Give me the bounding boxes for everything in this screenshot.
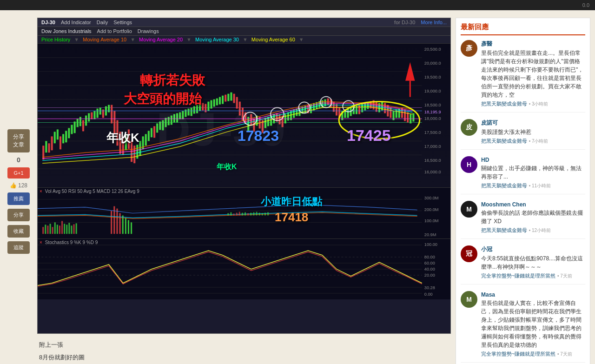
- comment-body-5: Masa 里長伯就是做人實在，比較不會宣傳自己，因為里長伯寧願把時間花在我們學生…: [481, 291, 585, 357]
- frequency-selector[interactable]: Daily: [97, 20, 108, 25]
- svg-rect-200: [253, 212, 254, 216]
- share-article-button[interactable]: 分享文章: [7, 129, 30, 152]
- svg-rect-22: [74, 121, 76, 133]
- more-info-button[interactable]: More Info...: [421, 20, 447, 25]
- svg-text:19,500.0: 19,500.0: [424, 75, 441, 79]
- comment-body-4: 小冠 今天8:55就直接佔低點9078....算命也沒這麼準...有神快拜啊～～…: [481, 245, 585, 279]
- svg-rect-78: [233, 94, 235, 103]
- svg-rect-179: [68, 223, 70, 234]
- price-history-indicator[interactable]: Price History: [41, 37, 70, 42]
- gplus-button[interactable]: G+1: [7, 167, 30, 179]
- svg-rect-49: [151, 128, 152, 137]
- ma60-indicator[interactable]: Moving Average 60: [251, 37, 295, 42]
- svg-rect-198: [247, 213, 249, 216]
- svg-rect-97: [287, 113, 289, 121]
- svg-rect-23: [77, 119, 79, 127]
- comment-body-2: HD 關鍵位置，出手必賺錢，神的等級，無法再形容了... 把黑天鵝變成金雞母 •…: [481, 156, 585, 189]
- comment-author-4[interactable]: 小冠: [481, 246, 492, 252]
- svg-rect-30: [97, 109, 99, 118]
- svg-rect-174: [57, 225, 58, 234]
- svg-rect-180: [71, 225, 72, 234]
- comment-link-0[interactable]: 把黑天鵝變成金雞母: [481, 101, 527, 106]
- comment-link-3[interactable]: 把黑天鵝變成金雞母: [481, 227, 527, 233]
- comment-link-4[interactable]: 完全掌控盤勢~賺錢就是理所當然: [481, 273, 555, 278]
- svg-rect-50: [153, 126, 155, 138]
- comment-reply-1: 把黑天鵝變成金雞母 • 7小時前: [481, 137, 585, 145]
- comment-author-2[interactable]: HD: [481, 157, 489, 163]
- comment-author-1[interactable]: 皮諾可: [481, 119, 498, 126]
- svg-rect-19: [65, 131, 67, 142]
- svg-text:300.0M: 300.0M: [424, 196, 439, 200]
- top-bar: 0.0: [0, 0, 595, 10]
- svg-rect-185: [116, 209, 118, 234]
- comment-body-0: 彥醫 里長伯完全就是照規畫在走...。里長伯常講"我們是有在分析和做規劃的人"當…: [481, 40, 585, 107]
- comment-time-3: • 12小時前: [529, 228, 551, 233]
- svg-rect-35: [111, 105, 112, 124]
- for-label: for DJ-30: [394, 20, 415, 25]
- vol-close-btn[interactable]: ×: [40, 189, 42, 194]
- comment-link-2[interactable]: 把黑天鵝變成金雞母: [481, 183, 527, 188]
- svg-rect-193: [233, 213, 235, 215]
- settings-button[interactable]: Settings: [113, 20, 132, 25]
- comment-author-5[interactable]: Masa: [481, 291, 495, 298]
- comment-author-3[interactable]: Mooshmen Chen: [481, 201, 526, 208]
- svg-rect-189: [128, 220, 129, 234]
- svg-text:80.00: 80.00: [424, 255, 435, 259]
- svg-text:200.0M: 200.0M: [424, 207, 439, 212]
- page-wrapper: 分享文章 0 G+1 👍 128 推薦 分享 收藏 追蹤 DJ-30 Add I…: [0, 13, 595, 364]
- svg-rect-17: [60, 136, 61, 149]
- share-button[interactable]: 分享: [7, 209, 30, 221]
- svg-rect-175: [59, 225, 60, 234]
- comment-time-1: • 7小時前: [529, 139, 549, 144]
- comment-link-1[interactable]: 把黑天鵝變成金雞母: [481, 138, 527, 144]
- comment-text-5: 里長伯就是做人實在，比較不會宣傳自己，因為里長伯寧願把時間花在我們學生身上，少貼…: [481, 299, 585, 349]
- comment-author-0[interactable]: 彥醫: [481, 40, 492, 47]
- svg-rect-45: [139, 141, 141, 156]
- svg-rect-202: [259, 213, 260, 216]
- stoch-close-btn[interactable]: ×: [40, 240, 42, 245]
- drawings-button[interactable]: Drawings: [138, 28, 159, 34]
- comment-item-5: M Masa 里長伯就是做人實在，比較不會宣傳自己，因為里長伯寧願把時間花在我們…: [461, 291, 585, 363]
- collect-button[interactable]: 收藏: [7, 225, 30, 238]
- comment-time-5: • 7天前: [557, 351, 572, 357]
- svg-text:20.00: 20.00: [424, 273, 435, 278]
- chart-container: DJ-30 Add Indicator Daily Settings for D…: [37, 18, 451, 334]
- svg-rect-199: [250, 213, 251, 216]
- comment-avatar-3: M: [461, 201, 477, 218]
- svg-text:0.00: 0.00: [424, 292, 433, 297]
- comment-body-3: Mooshmen Chen 偷偷學長說的話 老師你應該戴個墨鏡去擺攤了 XD 把…: [481, 201, 585, 234]
- thumbs-icon: 👍: [10, 182, 17, 189]
- svg-rect-27: [88, 113, 90, 122]
- add-portfolio-button[interactable]: Add to Portfolio: [97, 28, 132, 34]
- ma30-indicator[interactable]: Moving Average 30: [195, 37, 239, 42]
- comment-text-0: 里長伯完全就是照規畫在走...。里長伯常講"我們是有在分析和做規劃的人"當價格走…: [481, 49, 585, 99]
- svg-rect-203: [262, 213, 263, 216]
- comment-reply-0: 把黑天鵝變成金雞母 • 3小時前: [481, 100, 585, 107]
- svg-rect-20: [68, 128, 70, 138]
- stochastics-svg: 100.00 80.00 60.00 40.00 20.00 30.28 0.0…: [38, 239, 450, 299]
- svg-rect-122: [358, 105, 360, 114]
- annotation-bear-start: 大空頭的開始: [124, 90, 202, 108]
- svg-rect-75: [225, 95, 226, 102]
- post-line1: 附上一張: [39, 339, 449, 350]
- svg-rect-195: [239, 212, 240, 216]
- svg-rect-173: [54, 222, 56, 234]
- comment-avatar-4: 冠: [461, 245, 477, 262]
- chart-header: Dow Jones Industrials Add to Portfolio D…: [38, 27, 450, 36]
- svg-rect-21: [71, 125, 73, 134]
- svg-rect-194: [236, 213, 238, 216]
- comment-avatar-2: H: [461, 156, 477, 173]
- fb-recommend-button[interactable]: 推薦: [7, 192, 30, 205]
- ma10-indicator[interactable]: Moving Average 10: [83, 37, 126, 42]
- comment-reply-5: 完全掌控盤勢~賺錢就是理所當然 • 7天前: [481, 350, 585, 357]
- svg-rect-13: [48, 143, 50, 152]
- add-indicator-button[interactable]: Add Indicator: [61, 20, 91, 25]
- ma20-indicator[interactable]: Moving Average 20: [139, 37, 183, 42]
- svg-rect-186: [119, 213, 121, 234]
- follow-button[interactable]: 追蹤: [7, 241, 30, 254]
- svg-rect-48: [148, 131, 150, 141]
- comment-avatar-5: M: [461, 291, 477, 308]
- comment-link-5[interactable]: 完全掌控盤勢~賺錢就是理所當然: [481, 351, 555, 357]
- post-line2: 8月份就劃好的圖: [39, 352, 449, 363]
- comment-text-4: 今天8:55就直接佔低點9078....算命也沒這麼準...有神快拜啊～～～: [481, 254, 585, 271]
